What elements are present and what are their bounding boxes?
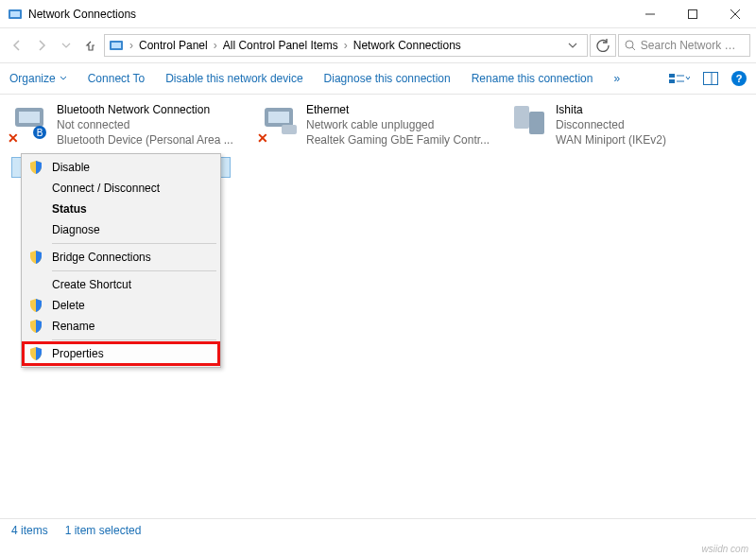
address-dropdown[interactable] xyxy=(562,41,583,50)
content-area: B ✕ Bluetooth Network Connection Not con… xyxy=(0,95,756,531)
svg-rect-21 xyxy=(268,112,289,123)
adapter-item-ishita[interactable]: Ishita Disconnected WAN Miniport (IKEv2) xyxy=(510,102,737,148)
svg-rect-23 xyxy=(514,106,529,129)
close-button[interactable] xyxy=(713,0,756,28)
ctx-status[interactable]: Status xyxy=(24,199,218,219)
recent-locations-button[interactable] xyxy=(55,34,77,57)
window-title: Network Connections xyxy=(28,8,136,21)
chevron-right-icon[interactable]: › xyxy=(128,39,135,52)
search-icon xyxy=(625,40,635,51)
ctx-delete[interactable]: Delete xyxy=(24,295,218,316)
search-input[interactable]: Search Network Con... xyxy=(618,34,750,57)
shield-icon xyxy=(29,251,43,264)
network-adapter-icon xyxy=(510,102,548,140)
maximize-button[interactable] xyxy=(671,0,713,28)
svg-rect-14 xyxy=(704,73,718,85)
chevron-down-icon xyxy=(60,75,67,82)
ctx-disable[interactable]: Disable xyxy=(24,157,218,178)
shield-icon xyxy=(29,299,43,312)
organize-menu[interactable]: Organize xyxy=(9,72,67,85)
svg-rect-7 xyxy=(112,43,121,48)
svg-rect-17 xyxy=(19,112,40,123)
preview-pane-button[interactable] xyxy=(703,72,718,85)
navigation-row: › Control Panel › All Control Panel Item… xyxy=(0,28,756,62)
adapter-name: Ethernet xyxy=(306,102,490,117)
menu-separator xyxy=(52,243,216,244)
rename-connection-button[interactable]: Rename this connection xyxy=(472,72,593,85)
chevron-right-icon[interactable]: › xyxy=(342,39,350,52)
svg-point-8 xyxy=(626,41,633,48)
svg-line-9 xyxy=(632,47,635,50)
forward-button[interactable] xyxy=(30,34,53,57)
shield-icon xyxy=(29,347,43,360)
svg-rect-1 xyxy=(10,11,20,17)
shield-icon xyxy=(29,161,43,174)
status-item-count: 4 items xyxy=(11,524,48,537)
menu-separator xyxy=(52,339,216,340)
adapter-status: Disconnected xyxy=(556,117,666,132)
ctx-rename[interactable]: Rename xyxy=(24,316,218,337)
svg-rect-10 xyxy=(669,74,675,78)
adapter-device: Bluetooth Device (Personal Area ... xyxy=(57,132,233,148)
titlebar: Network Connections xyxy=(0,0,756,28)
ctx-diagnose[interactable]: Diagnose xyxy=(24,219,218,240)
adapter-item-bluetooth[interactable]: B ✕ Bluetooth Network Connection Not con… xyxy=(11,102,238,148)
diagnose-connection-button[interactable]: Diagnose this connection xyxy=(324,72,451,85)
adapter-device: Realtek Gaming GbE Family Contr... xyxy=(306,132,490,148)
breadcrumb[interactable]: Control Panel xyxy=(139,39,208,52)
status-selected-count: 1 item selected xyxy=(65,524,142,537)
adapter-status: Not connected xyxy=(57,117,233,132)
view-options-button[interactable] xyxy=(669,72,690,85)
connect-to-button[interactable]: Connect To xyxy=(88,72,146,85)
shield-icon xyxy=(29,320,43,333)
more-commands-button[interactable]: » xyxy=(613,72,620,85)
svg-rect-24 xyxy=(529,112,544,134)
breadcrumb[interactable]: All Control Panel Items xyxy=(223,39,338,52)
error-x-icon: ✕ xyxy=(8,130,19,146)
address-bar[interactable]: › Control Panel › All Control Panel Item… xyxy=(104,34,588,57)
chevron-right-icon[interactable]: › xyxy=(212,39,219,52)
svg-rect-3 xyxy=(688,9,696,18)
ctx-create-shortcut[interactable]: Create Shortcut xyxy=(24,274,218,295)
help-button[interactable]: ? xyxy=(731,71,747,86)
breadcrumb[interactable]: Network Connections xyxy=(353,39,461,52)
up-button[interactable] xyxy=(79,34,102,57)
svg-rect-22 xyxy=(282,125,297,134)
adapter-device: WAN Miniport (IKEv2) xyxy=(556,132,666,148)
search-placeholder: Search Network Con... xyxy=(641,39,744,52)
ctx-bridge-connections[interactable]: Bridge Connections xyxy=(24,247,218,268)
svg-rect-11 xyxy=(669,79,675,83)
command-bar: Organize Connect To Disable this network… xyxy=(0,62,756,95)
ctx-connect-disconnect[interactable]: Connect / Disconnect xyxy=(24,178,218,199)
error-x-icon: ✕ xyxy=(257,130,268,146)
location-icon xyxy=(109,38,124,53)
context-menu: Disable Connect / Disconnect Status Diag… xyxy=(21,153,221,368)
status-bar: 4 items 1 item selected xyxy=(0,518,756,541)
control-panel-icon xyxy=(8,7,23,22)
adapter-item-ethernet[interactable]: ✕ Ethernet Network cable unplugged Realt… xyxy=(261,102,488,148)
window-controls xyxy=(628,0,756,28)
minimize-button[interactable] xyxy=(628,0,671,28)
svg-text:B: B xyxy=(37,128,43,138)
adapter-name: Ishita xyxy=(556,102,666,117)
back-button[interactable] xyxy=(6,34,28,57)
menu-separator xyxy=(52,270,216,271)
adapter-name: Bluetooth Network Connection xyxy=(57,102,233,117)
adapter-status: Network cable unplugged xyxy=(306,117,490,132)
refresh-button[interactable] xyxy=(590,34,616,57)
disable-device-button[interactable]: Disable this network device xyxy=(165,72,302,85)
ctx-properties[interactable]: Properties xyxy=(24,343,218,364)
watermark: wsiidn com xyxy=(702,544,748,554)
